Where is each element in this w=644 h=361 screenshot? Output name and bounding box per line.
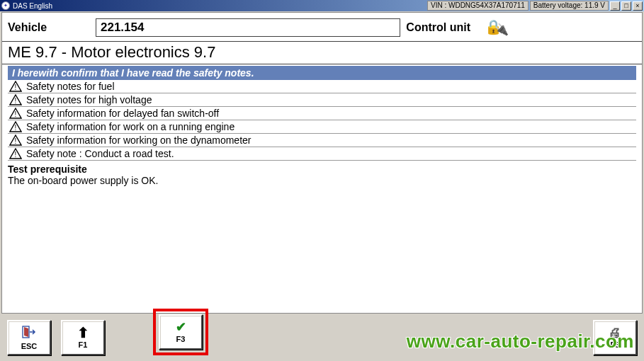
f5-button[interactable]: 🖨 F5 xyxy=(593,320,637,355)
control-unit-icon: 🔒 🔌 xyxy=(480,17,504,38)
safety-note-row[interactable]: ! Safety note : Conduct a road test. xyxy=(8,147,636,161)
safety-note-row[interactable]: ! Safety notes for fuel xyxy=(8,80,636,93)
main-panel: Vehicle 221.154 Control unit 🔒 🔌 ME 9.7 … xyxy=(1,12,643,314)
safety-note-row[interactable]: ! Safety information for working on the … xyxy=(8,134,636,147)
f3-highlight: ✔ F3 xyxy=(153,309,208,355)
svg-text:!: ! xyxy=(15,124,17,132)
footer-bar: ESC ⬆ F1 ✔ F3 🖨 F5 xyxy=(0,314,644,355)
test-prerequisite: Test prerequisite The on-board power sup… xyxy=(8,164,636,186)
f3-button[interactable]: ✔ F3 xyxy=(159,314,203,350)
f3-label: F3 xyxy=(176,335,186,343)
safety-note-text: Safety information for delayed fan switc… xyxy=(26,108,219,119)
plug-icon: 🔌 xyxy=(495,23,509,36)
safety-note-text: Safety notes for high voltage xyxy=(26,94,152,105)
svg-marker-13 xyxy=(24,327,28,337)
safety-note-row[interactable]: ! Safety notes for high voltage xyxy=(8,93,636,107)
battery-status: Battery voltage: 11.9 V xyxy=(530,1,609,11)
vehicle-value: 221.154 xyxy=(96,18,400,37)
print-icon: 🖨 xyxy=(609,326,621,339)
safety-note-text: Safety information for working on the dy… xyxy=(26,134,252,146)
maximize-button[interactable]: □ xyxy=(621,1,631,11)
close-button[interactable]: × xyxy=(633,1,643,11)
warning-icon: ! xyxy=(9,148,22,159)
f5-label: F5 xyxy=(611,340,620,349)
minimize-button[interactable]: _ xyxy=(610,1,620,11)
svg-text:!: ! xyxy=(15,137,17,145)
svg-text:!: ! xyxy=(15,97,17,105)
svg-text:!: ! xyxy=(15,151,17,159)
confirm-bar[interactable]: I herewith confirm that I have read the … xyxy=(8,66,636,80)
test-prereq-body: The on-board power supply is OK. xyxy=(8,175,636,186)
safety-note-text: Safety note : Conduct a road test. xyxy=(26,148,174,159)
vehicle-label: Vehicle xyxy=(8,21,90,34)
warning-icon: ! xyxy=(9,134,22,146)
checkmark-icon: ✔ xyxy=(176,321,186,333)
safety-note-text: Safety notes for fuel xyxy=(26,81,115,92)
header-row: Vehicle 221.154 Control unit 🔒 🔌 xyxy=(2,13,642,41)
warning-icon: ! xyxy=(9,94,22,105)
f1-button[interactable]: ⬆ F1 xyxy=(61,320,105,355)
safety-note-row[interactable]: ! Safety information for delayed fan swi… xyxy=(8,107,636,120)
window-titlebar: ✦ DAS English VIN : WDDNG54X37A170711 Ba… xyxy=(0,0,644,11)
safety-note-row[interactable]: ! Safety information for work on a runni… xyxy=(8,120,636,134)
f1-label: F1 xyxy=(79,340,88,349)
warning-icon: ! xyxy=(9,81,22,92)
svg-text:!: ! xyxy=(15,110,17,118)
vin-status: VIN : WDDNG54X37A170711 xyxy=(427,1,529,11)
warning-icon: ! xyxy=(9,121,22,132)
safety-note-text: Safety information for work on a running… xyxy=(26,121,235,132)
esc-label: ESC xyxy=(21,342,38,350)
ecu-title: ME 9.7 - Motor electronics 9.7 xyxy=(2,41,642,64)
control-unit-label: Control unit xyxy=(406,21,470,34)
svg-text:!: ! xyxy=(15,84,17,91)
exit-door-icon xyxy=(22,326,36,340)
up-arrow-icon: ⬆ xyxy=(77,326,89,339)
app-logo-icon: ✦ xyxy=(1,1,10,10)
test-prereq-heading: Test prerequisite xyxy=(8,164,636,175)
warning-icon: ! xyxy=(9,108,22,119)
esc-button[interactable]: ESC xyxy=(7,320,51,355)
window-title: DAS English xyxy=(13,2,52,10)
content-area: I herewith confirm that I have read the … xyxy=(2,64,642,313)
